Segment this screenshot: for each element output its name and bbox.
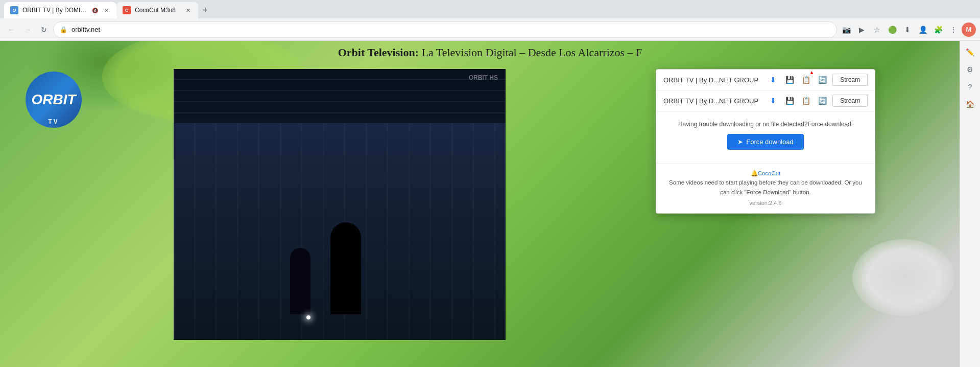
download-icon-row1[interactable]: ⬇: [767, 74, 779, 86]
tab-favicon-cococut: C: [123, 6, 131, 14]
new-tab-button[interactable]: +: [198, 3, 212, 17]
cococut-bell-brand: 🔔CocoCut: [666, 169, 865, 178]
download-icon[interactable]: ⬇: [900, 22, 915, 37]
force-download-label: Force download: [746, 138, 794, 146]
popup-row-2: ORBIT TV | By D...NET GROUP ⬇ 💾 📋 🔄 Stre…: [656, 90, 875, 111]
logo-circle: ORBIT TV: [26, 72, 82, 128]
version-text: version:2.4.6: [666, 199, 865, 208]
cast-icon[interactable]: ▶: [854, 22, 869, 37]
bookmark-icon[interactable]: ☆: [870, 22, 884, 37]
page-content: Orbit Television: La Television Digital …: [0, 41, 980, 367]
video-corridor: [174, 123, 506, 340]
tab-close-cococut[interactable]: ✕: [184, 6, 192, 14]
silhouette-main: [330, 222, 361, 314]
silhouette-secondary: [290, 248, 310, 314]
refresh-icon-row1[interactable]: 🔄: [816, 74, 828, 86]
copy-icon-row2[interactable]: 📋: [800, 95, 812, 107]
extensions-active-icon[interactable]: 🟢: [885, 22, 899, 37]
cococut-popup: ORBIT TV | By D...NET GROUP ⬇ 💾 📋 ▲ 🔄 St…: [656, 69, 875, 214]
browser-window: O ORBIT TV | By DOMIN... 🔇 ✕ C CocoCut M…: [0, 0, 980, 367]
logo-text: ORBIT: [31, 91, 76, 108]
home-sidebar-icon[interactable]: 🏠: [963, 97, 977, 111]
popup-notice: Having trouble downloading or no file de…: [656, 111, 875, 164]
arrow-icon: ➤: [737, 138, 743, 146]
popup-cococut-section: 🔔CocoCut Some videos need to start playi…: [656, 164, 875, 213]
browser-toolbar: ← → ↻ 🔒 orbittv.net 📷 ▶ ☆ 🟢 ⬇ 👤 🧩 ⋮ M: [0, 18, 980, 41]
lock-icon: 🔒: [60, 26, 67, 33]
stream-btn-row2[interactable]: Stream: [832, 95, 868, 107]
notice-text: Having trouble downloading or no file de…: [678, 121, 853, 128]
extensions-icon[interactable]: 🧩: [931, 22, 945, 37]
address-text: orbittv.net: [71, 26, 830, 33]
address-bar[interactable]: 🔒 orbittv.net: [53, 21, 837, 38]
reload-button[interactable]: ↻: [37, 22, 51, 37]
more-icon[interactable]: ⋮: [946, 22, 961, 37]
video-watermark: ORBIT HS: [469, 74, 498, 81]
download-icon-row2[interactable]: ⬇: [767, 95, 779, 107]
cococut-brand[interactable]: CocoCut: [758, 170, 781, 176]
force-download-button[interactable]: ➤ Force download: [727, 134, 804, 150]
tab-title-orbit: ORBIT TV | By DOMIN...: [22, 7, 88, 14]
copy-icon-row1[interactable]: 📋 ▲: [800, 74, 812, 86]
tab-favicon-orbit: O: [10, 6, 18, 14]
screenshot-icon[interactable]: 📷: [839, 22, 853, 37]
page-header: Orbit Television: La Television Digital …: [0, 46, 980, 59]
toolbar-right: 📷 ▶ ☆ 🟢 ⬇ 👤 🧩 ⋮ M: [839, 22, 976, 37]
popup-row-2-title: ORBIT TV | By D...NET GROUP: [663, 97, 763, 105]
video-player[interactable]: ORBIT HS: [174, 69, 506, 340]
decor-blob-3: [852, 239, 954, 316]
back-button[interactable]: ←: [4, 22, 18, 37]
bell-icon: 🔔: [751, 170, 758, 176]
orbit-tv-page: Orbit Television: La Television Digital …: [0, 41, 980, 367]
tab-orbit-tv[interactable]: O ORBIT TV | By DOMIN... 🔇 ✕: [4, 2, 116, 18]
question-sidebar-icon[interactable]: ?: [963, 80, 977, 94]
popup-row-1-title: ORBIT TV | By D...NET GROUP: [663, 76, 763, 84]
pencil-sidebar-icon[interactable]: ✏️: [963, 45, 977, 59]
accounts-icon[interactable]: 👤: [916, 22, 930, 37]
logo-sub-text: TV: [48, 118, 59, 125]
tab-bar: O ORBIT TV | By DOMIN... 🔇 ✕ C CocoCut M…: [0, 0, 980, 18]
tab-close-orbit[interactable]: ✕: [102, 6, 110, 14]
tab-title-cococut: CocoCut M3u8: [135, 7, 180, 14]
stream-btn-row1[interactable]: Stream: [832, 74, 868, 86]
video-content: ORBIT HS: [174, 69, 506, 340]
tab-mute-icon[interactable]: 🔇: [92, 8, 98, 13]
right-sidebar: ✏️ ⚙ ? 🏠: [960, 41, 980, 367]
save-icon-row1[interactable]: 💾: [783, 74, 796, 86]
light-spot: [306, 315, 310, 319]
profile-avatar[interactable]: M: [962, 22, 976, 37]
page-title-bold: Orbit Television:: [338, 46, 419, 59]
popup-row-1: ORBIT TV | By D...NET GROUP ⬇ 💾 📋 ▲ 🔄 St…: [656, 70, 875, 90]
save-icon-row2[interactable]: 💾: [783, 95, 796, 107]
orbit-logo: ORBIT TV: [26, 72, 87, 133]
popup-description: Some videos need to start playing before…: [666, 178, 865, 197]
tab-cococut[interactable]: C CocoCut M3u8 ✕: [116, 2, 198, 18]
forward-button[interactable]: →: [20, 22, 35, 37]
page-title-normal: La Television Digital – Desde Los Alcarr…: [419, 46, 642, 59]
gear-sidebar-icon[interactable]: ⚙: [963, 62, 977, 77]
refresh-icon-row2[interactable]: 🔄: [816, 95, 828, 107]
